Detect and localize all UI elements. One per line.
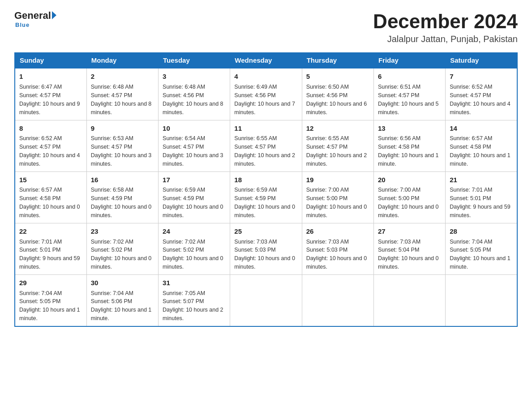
- day-info: Sunrise: 7:00 AMSunset: 5:00 PMDaylight:…: [306, 187, 367, 218]
- calendar-day-cell: 25Sunrise: 7:03 AMSunset: 5:03 PMDayligh…: [230, 223, 302, 274]
- calendar-day-cell: [302, 274, 373, 326]
- calendar-day-cell: 2Sunrise: 6:48 AMSunset: 4:57 PMDaylight…: [86, 68, 158, 120]
- calendar-day-cell: 22Sunrise: 7:01 AMSunset: 5:01 PMDayligh…: [15, 223, 86, 274]
- day-info: Sunrise: 6:52 AMSunset: 4:57 PMDaylight:…: [450, 84, 511, 116]
- calendar-day-cell: 28Sunrise: 7:04 AMSunset: 5:05 PMDayligh…: [446, 223, 517, 274]
- day-info: Sunrise: 6:49 AMSunset: 4:56 PMDaylight:…: [234, 84, 295, 116]
- day-number: 19: [306, 175, 369, 185]
- calendar-day-cell: 20Sunrise: 7:00 AMSunset: 5:00 PMDayligh…: [373, 171, 445, 223]
- calendar-day-cell: 27Sunrise: 7:03 AMSunset: 5:04 PMDayligh…: [373, 223, 445, 274]
- calendar-day-cell: 1Sunrise: 6:47 AMSunset: 4:57 PMDaylight…: [15, 68, 86, 120]
- calendar-week-row: 1Sunrise: 6:47 AMSunset: 4:57 PMDaylight…: [15, 68, 517, 120]
- calendar-week-row: 8Sunrise: 6:52 AMSunset: 4:57 PMDaylight…: [15, 120, 517, 171]
- day-info: Sunrise: 6:56 AMSunset: 4:58 PMDaylight:…: [378, 135, 439, 167]
- day-info: Sunrise: 6:58 AMSunset: 4:59 PMDaylight:…: [91, 187, 152, 218]
- calendar-day-cell: [230, 274, 302, 326]
- calendar-table: SundayMondayTuesdayWednesdayThursdayFrid…: [14, 52, 518, 327]
- day-info: Sunrise: 6:47 AMSunset: 4:57 PMDaylight:…: [19, 84, 80, 116]
- day-info: Sunrise: 7:04 AMSunset: 5:06 PMDaylight:…: [91, 290, 152, 322]
- calendar-header-saturday: Saturday: [446, 53, 517, 68]
- page-header: General Blue December 2024 Jalalpur Jatt…: [14, 11, 518, 44]
- day-info: Sunrise: 6:53 AMSunset: 4:57 PMDaylight:…: [91, 135, 152, 167]
- calendar-day-cell: 8Sunrise: 6:52 AMSunset: 4:57 PMDaylight…: [15, 120, 86, 171]
- calendar-day-cell: 31Sunrise: 7:05 AMSunset: 5:07 PMDayligh…: [159, 274, 230, 326]
- calendar-header-tuesday: Tuesday: [159, 53, 230, 68]
- day-number: 22: [19, 227, 82, 236]
- day-number: 9: [91, 124, 154, 133]
- calendar-day-cell: [373, 274, 445, 326]
- day-info: Sunrise: 6:48 AMSunset: 4:56 PMDaylight:…: [163, 84, 223, 116]
- day-number: 28: [450, 227, 513, 236]
- day-number: 8: [19, 124, 82, 133]
- calendar-header-friday: Friday: [373, 53, 445, 68]
- calendar-day-cell: 18Sunrise: 6:59 AMSunset: 4:59 PMDayligh…: [230, 171, 302, 223]
- calendar-header-thursday: Thursday: [302, 53, 373, 68]
- day-number: 18: [234, 175, 297, 185]
- day-number: 15: [19, 175, 82, 185]
- day-number: 30: [91, 278, 154, 288]
- calendar-day-cell: 10Sunrise: 6:54 AMSunset: 4:57 PMDayligh…: [159, 120, 230, 171]
- calendar-day-cell: 12Sunrise: 6:55 AMSunset: 4:57 PMDayligh…: [302, 120, 373, 171]
- calendar-day-cell: 3Sunrise: 6:48 AMSunset: 4:56 PMDaylight…: [159, 68, 230, 120]
- day-info: Sunrise: 6:51 AMSunset: 4:57 PMDaylight:…: [378, 84, 439, 116]
- day-info: Sunrise: 7:00 AMSunset: 5:00 PMDaylight:…: [378, 187, 439, 218]
- day-info: Sunrise: 6:55 AMSunset: 4:57 PMDaylight:…: [306, 135, 367, 167]
- logo: General Blue: [14, 11, 56, 28]
- calendar-header-monday: Monday: [86, 53, 158, 68]
- day-number: 6: [378, 72, 441, 81]
- calendar-day-cell: 11Sunrise: 6:55 AMSunset: 4:57 PMDayligh…: [230, 120, 302, 171]
- day-number: 29: [19, 278, 82, 288]
- day-info: Sunrise: 6:55 AMSunset: 4:57 PMDaylight:…: [234, 135, 295, 167]
- calendar-day-cell: 5Sunrise: 6:50 AMSunset: 4:56 PMDaylight…: [302, 68, 373, 120]
- calendar-day-cell: 4Sunrise: 6:49 AMSunset: 4:56 PMDaylight…: [230, 68, 302, 120]
- calendar-day-cell: 19Sunrise: 7:00 AMSunset: 5:00 PMDayligh…: [302, 171, 373, 223]
- calendar-header-sunday: Sunday: [15, 53, 86, 68]
- day-number: 11: [234, 124, 297, 133]
- calendar-day-cell: 21Sunrise: 7:01 AMSunset: 5:01 PMDayligh…: [446, 171, 517, 223]
- day-number: 20: [378, 175, 441, 185]
- day-number: 13: [378, 124, 441, 133]
- day-number: 7: [450, 72, 513, 81]
- calendar-day-cell: 24Sunrise: 7:02 AMSunset: 5:02 PMDayligh…: [159, 223, 230, 274]
- day-number: 17: [163, 175, 226, 185]
- day-number: 27: [378, 227, 441, 236]
- day-number: 26: [306, 227, 369, 236]
- day-number: 10: [163, 124, 226, 133]
- calendar-day-cell: 9Sunrise: 6:53 AMSunset: 4:57 PMDaylight…: [86, 120, 158, 171]
- day-number: 12: [306, 124, 369, 133]
- main-title: December 2024: [373, 11, 518, 32]
- logo-triangle-icon: [52, 11, 56, 19]
- day-info: Sunrise: 7:04 AMSunset: 5:05 PMDaylight:…: [450, 239, 511, 270]
- title-block: December 2024 Jalalpur Jattan, Punjab, P…: [373, 11, 518, 44]
- day-number: 2: [91, 72, 154, 81]
- day-number: 14: [450, 124, 513, 133]
- day-info: Sunrise: 7:02 AMSunset: 5:02 PMDaylight:…: [91, 239, 152, 270]
- calendar-header-row: SundayMondayTuesdayWednesdayThursdayFrid…: [15, 53, 517, 68]
- day-info: Sunrise: 6:59 AMSunset: 4:59 PMDaylight:…: [163, 187, 223, 218]
- calendar-day-cell: 15Sunrise: 6:57 AMSunset: 4:58 PMDayligh…: [15, 171, 86, 223]
- calendar-day-cell: 17Sunrise: 6:59 AMSunset: 4:59 PMDayligh…: [159, 171, 230, 223]
- day-info: Sunrise: 7:03 AMSunset: 5:03 PMDaylight:…: [306, 239, 367, 270]
- calendar-week-row: 15Sunrise: 6:57 AMSunset: 4:58 PMDayligh…: [15, 171, 517, 223]
- logo-blue-text: Blue: [14, 21, 30, 28]
- day-number: 5: [306, 72, 369, 81]
- day-info: Sunrise: 7:02 AMSunset: 5:02 PMDaylight:…: [163, 239, 223, 270]
- calendar-day-cell: 16Sunrise: 6:58 AMSunset: 4:59 PMDayligh…: [86, 171, 158, 223]
- day-info: Sunrise: 6:50 AMSunset: 4:56 PMDaylight:…: [306, 84, 367, 116]
- day-info: Sunrise: 7:03 AMSunset: 5:04 PMDaylight:…: [378, 239, 439, 270]
- day-number: 25: [234, 227, 297, 236]
- day-info: Sunrise: 6:59 AMSunset: 4:59 PMDaylight:…: [234, 187, 295, 218]
- day-number: 23: [91, 227, 154, 236]
- calendar-day-cell: 14Sunrise: 6:57 AMSunset: 4:58 PMDayligh…: [446, 120, 517, 171]
- calendar-day-cell: 26Sunrise: 7:03 AMSunset: 5:03 PMDayligh…: [302, 223, 373, 274]
- day-info: Sunrise: 6:57 AMSunset: 4:58 PMDaylight:…: [450, 135, 511, 167]
- day-info: Sunrise: 6:48 AMSunset: 4:57 PMDaylight:…: [91, 84, 152, 116]
- calendar-day-cell: 29Sunrise: 7:04 AMSunset: 5:05 PMDayligh…: [15, 274, 86, 326]
- day-number: 31: [163, 278, 226, 288]
- calendar-day-cell: [446, 274, 517, 326]
- subtitle: Jalalpur Jattan, Punjab, Pakistan: [373, 34, 518, 44]
- day-number: 1: [19, 72, 82, 81]
- day-number: 3: [163, 72, 226, 81]
- calendar-day-cell: 30Sunrise: 7:04 AMSunset: 5:06 PMDayligh…: [86, 274, 158, 326]
- calendar-header-wednesday: Wednesday: [230, 53, 302, 68]
